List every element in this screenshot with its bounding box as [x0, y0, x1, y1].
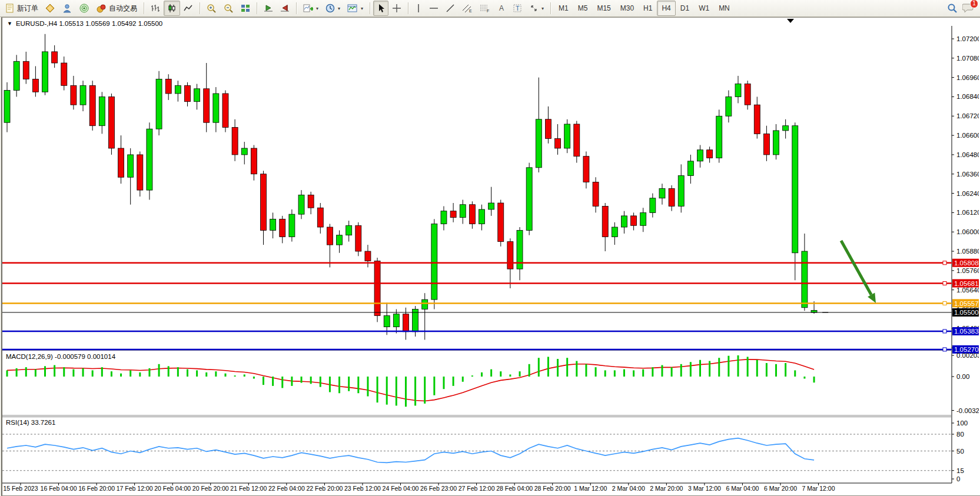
timeframe-button-w1[interactable]: W1	[694, 1, 714, 16]
candle	[108, 96, 114, 148]
channel-tool-button[interactable]: E	[459, 1, 476, 16]
zoom-out-button[interactable]	[220, 1, 237, 16]
time-label: 20 Feb 04:00	[154, 485, 191, 492]
arrows-tool-button[interactable]: ▾	[526, 1, 547, 16]
add-indicator-button[interactable]: ▾	[300, 1, 322, 16]
candle	[745, 84, 750, 105]
line-chart-button[interactable]	[180, 1, 197, 16]
timeframe-button-m5[interactable]: M5	[573, 1, 593, 16]
timeframe-button-h1[interactable]: H1	[639, 1, 657, 16]
timeframe-button-mn[interactable]: MN	[714, 1, 735, 16]
candle	[71, 85, 77, 105]
time-label: 1 Mar 12:00	[574, 485, 607, 492]
chart-canvas[interactable]: 1.072001.070801.069601.068401.067201.066…	[2, 18, 979, 494]
macd-panel: MACD(12,26,9) -0.000579 0.0010140.002038…	[6, 352, 979, 414]
add-indicator-icon	[303, 4, 313, 13]
time-label: 16 Feb 20:00	[78, 485, 115, 492]
hline-1.05681[interactable]: 1.05681	[2, 279, 979, 287]
svg-text:E: E	[469, 9, 472, 13]
timeframe-button-d1[interactable]: D1	[676, 1, 694, 16]
svg-text:1.07080: 1.07080	[956, 55, 979, 62]
time-label: 6 Mar 04:00	[726, 485, 759, 492]
crosshair-icon	[392, 4, 401, 13]
navigator-icon	[62, 4, 72, 13]
bar-chart-button[interactable]	[147, 1, 164, 16]
trendline-tool-button[interactable]	[442, 1, 459, 16]
macd-signal-line	[7, 359, 814, 401]
chart-window[interactable]: ▼ EURUSD-,H4 1.05513 1.05569 1.05492 1.0…	[1, 17, 980, 496]
auto-scroll-button[interactable]	[260, 1, 277, 16]
timeframe-button-h4[interactable]: H4	[657, 1, 675, 16]
candles	[4, 34, 817, 340]
chevron-down-icon: ▾	[542, 6, 544, 11]
svg-text:1.06240: 1.06240	[956, 190, 979, 197]
chart-shift-marker[interactable]	[787, 19, 794, 23]
candle	[147, 129, 152, 190]
tile-windows-button[interactable]	[237, 1, 254, 16]
candle	[365, 251, 371, 261]
vline-tool-button[interactable]	[411, 1, 426, 16]
candle	[498, 203, 504, 242]
candle	[42, 52, 48, 92]
zoom-in-button[interactable]	[203, 1, 220, 16]
candle	[441, 211, 447, 224]
hline-1.05270[interactable]: 1.05270	[2, 345, 979, 354]
svg-text:A: A	[499, 4, 504, 12]
candle-chart-button[interactable]	[164, 1, 180, 16]
svg-text:F: F	[487, 9, 489, 13]
candle	[61, 63, 67, 85]
new-order-icon	[5, 4, 15, 13]
candle	[213, 94, 219, 122]
time-axis[interactable]: 15 Feb 202316 Feb 04:0016 Feb 20:0017 Fe…	[4, 483, 835, 492]
svg-text:0.00: 0.00	[956, 373, 969, 380]
hline-tool-button[interactable]	[426, 1, 442, 16]
candle	[4, 91, 10, 123]
timeframe-button-m15[interactable]: M15	[592, 1, 615, 16]
template-button[interactable]: ▾	[344, 1, 367, 16]
candle	[697, 150, 703, 161]
crosshair-button[interactable]	[388, 1, 405, 16]
chart-shift-button[interactable]	[277, 1, 293, 16]
candle	[222, 94, 228, 127]
cursor-button[interactable]	[373, 1, 388, 16]
hline-1.05808[interactable]: 1.05808	[2, 259, 979, 267]
hline-1.05557[interactable]: 1.05557	[2, 299, 979, 307]
rsi-label: RSI(14) 33.7261	[6, 419, 55, 426]
candle	[754, 105, 760, 134]
hline-1.05500[interactable]: 1.05500	[2, 308, 979, 317]
time-label: 17 Feb 12:00	[117, 485, 153, 492]
navigator-button[interactable]	[59, 1, 76, 16]
period-clock-button[interactable]: ▾	[322, 1, 344, 16]
signal-button[interactable]	[76, 1, 93, 16]
timeframe-button-m30[interactable]: M30	[616, 1, 639, 16]
trend-arrow-annotation[interactable]	[841, 241, 876, 303]
time-label: 22 Feb 20:00	[306, 485, 343, 492]
text-tool-icon: A	[497, 4, 506, 13]
time-label: 2 Mar 20:00	[650, 485, 683, 492]
svg-text:1.06360: 1.06360	[956, 171, 979, 178]
chat-icon[interactable]: 1	[962, 2, 974, 15]
market-watch-button[interactable]	[42, 1, 59, 16]
svg-text:1.06720: 1.06720	[956, 112, 979, 119]
candle	[469, 205, 475, 224]
candle	[165, 79, 171, 94]
candle	[137, 155, 143, 190]
hline-1.05383[interactable]: 1.05383	[2, 327, 979, 335]
search-icon[interactable]	[947, 3, 958, 14]
text-label-tool-button[interactable]: T	[509, 1, 526, 16]
auto-trading-button[interactable]: 自动交易	[93, 1, 141, 16]
fibonacci-tool-button[interactable]: F	[476, 1, 494, 16]
timeframe-button-m1[interactable]: M1	[554, 1, 573, 16]
candle	[128, 155, 134, 177]
svg-text:15: 15	[956, 467, 964, 474]
candle	[783, 126, 789, 131]
text-tool-button[interactable]: A	[494, 1, 509, 16]
bar-chart-icon	[151, 4, 160, 13]
candle	[555, 139, 561, 148]
candle	[545, 119, 551, 139]
main-toolbar: 新订单 自动交易 ▾ ▾ ▾	[0, 0, 980, 17]
candle	[403, 314, 408, 332]
candle	[726, 96, 732, 116]
new-order-button[interactable]: 新订单	[2, 1, 42, 16]
candle	[184, 85, 190, 101]
